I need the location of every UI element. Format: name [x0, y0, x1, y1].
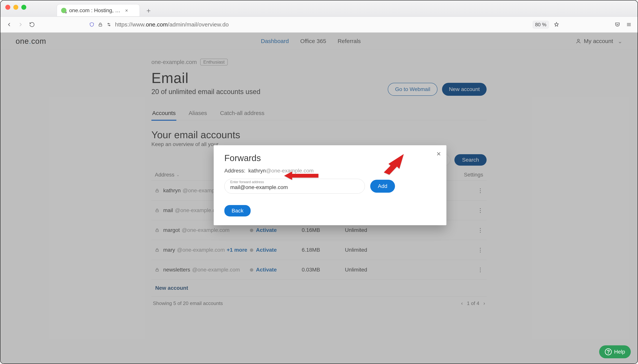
help-icon: ? [605, 348, 612, 355]
tab-title: one.com : Hosting, Domain, Em… [69, 8, 123, 14]
annotation-arrow-icon [383, 153, 406, 176]
address-bar[interactable]: https://www.one.com/admin/mail/overview.… [89, 21, 529, 28]
new-tab-button[interactable]: ＋ [144, 6, 153, 15]
bookmark-icon[interactable] [553, 21, 560, 28]
browser-toolbar: https://www.one.com/admin/mail/overview.… [1, 17, 637, 32]
forwards-modal: ✕ Forwards Address: kathryn@one-example.… [214, 145, 446, 225]
annotation-arrow-icon [284, 170, 318, 182]
nav-back-icon[interactable] [5, 21, 13, 28]
svg-point-1 [108, 23, 109, 24]
help-label: Help [614, 349, 625, 355]
pocket-icon[interactable] [614, 21, 621, 28]
page: one.com Dashboard Office 365 Referrals M… [1, 32, 637, 364]
reload-icon[interactable] [28, 21, 36, 28]
minimize-window[interactable] [13, 5, 18, 10]
svg-marker-10 [384, 153, 404, 176]
svg-marker-9 [284, 172, 318, 180]
modal-close-icon[interactable]: ✕ [436, 150, 441, 157]
permissions-icon[interactable] [106, 22, 112, 27]
svg-rect-0 [99, 24, 102, 26]
field-label: Enter forward address [230, 180, 264, 184]
close-window[interactable] [5, 5, 10, 10]
lock-icon[interactable] [98, 22, 103, 27]
url-text: https://www.one.com/admin/mail/overview.… [115, 21, 229, 28]
zoom-indicator[interactable]: 80 % [533, 21, 549, 28]
browser-tab-strip: one.com : Hosting, Domain, Em… × ＋ [1, 0, 637, 17]
hamburger-icon[interactable] [625, 21, 633, 28]
window-controls [5, 5, 26, 10]
tab-favicon [61, 8, 67, 13]
forward-address-input[interactable] [230, 184, 359, 190]
shield-icon[interactable] [89, 22, 95, 27]
add-button[interactable]: Add [370, 180, 395, 193]
svg-point-2 [109, 25, 110, 26]
help-widget[interactable]: ? Help [599, 345, 631, 358]
tab-close-icon[interactable]: × [125, 8, 128, 14]
browser-tab[interactable]: one.com : Hosting, Domain, Em… × [57, 4, 140, 16]
maximize-window[interactable] [21, 5, 26, 10]
back-button[interactable]: Back [224, 205, 251, 216]
nav-forward-icon [17, 21, 24, 28]
